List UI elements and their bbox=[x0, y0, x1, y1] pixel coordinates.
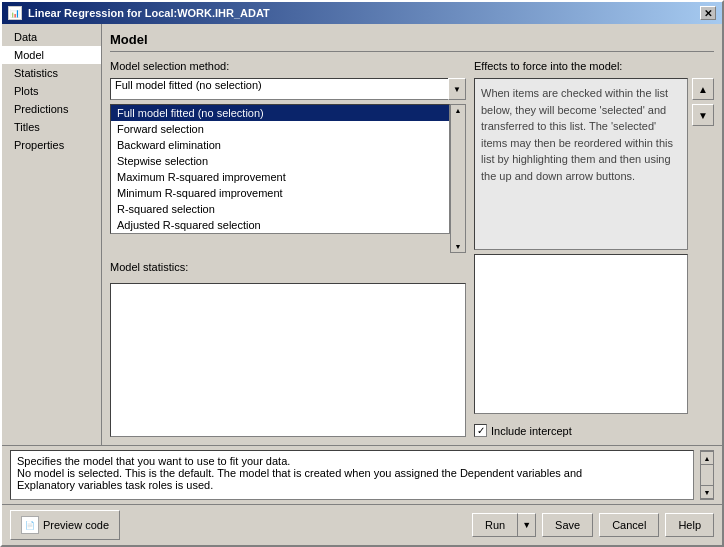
run-label: Run bbox=[485, 519, 505, 531]
cancel-label: Cancel bbox=[612, 519, 646, 531]
help-label: Help bbox=[678, 519, 701, 531]
sidebar-item-model[interactable]: Model bbox=[2, 46, 101, 64]
model-selection-combo[interactable]: Full model fitted (no selection) ▼ bbox=[110, 78, 466, 100]
status-text-area: Specifies the model that you want to use… bbox=[10, 450, 694, 500]
arrow-down-button[interactable]: ▼ bbox=[692, 104, 714, 126]
model-selection-label: Model selection method: bbox=[110, 60, 466, 72]
model-selection-input[interactable]: Full model fitted (no selection) bbox=[110, 78, 448, 100]
include-intercept-label: Include intercept bbox=[491, 425, 572, 437]
effects-arrows: ▲ ▼ bbox=[692, 78, 714, 414]
title-bar-left: 📊 Linear Regression for Local:WORK.IHR_A… bbox=[8, 6, 270, 20]
cancel-button[interactable]: Cancel bbox=[599, 513, 659, 537]
status-bar: Specifies the model that you want to use… bbox=[2, 445, 722, 504]
main-window: 📊 Linear Regression for Local:WORK.IHR_A… bbox=[0, 0, 724, 547]
dropdown-option-3[interactable]: Stepwise selection bbox=[111, 153, 449, 169]
status-line-1: Specifies the model that you want to use… bbox=[17, 455, 687, 467]
status-line-2: No model is selected. This is the defaul… bbox=[17, 467, 687, 479]
two-col-layout: Model selection method: Full model fitte… bbox=[110, 60, 714, 437]
effects-inner: When items are checked within the list b… bbox=[474, 78, 714, 414]
sidebar-item-properties[interactable]: Properties bbox=[2, 136, 101, 154]
dropdown-list-container: Full model fitted (no selection) Forward… bbox=[110, 104, 466, 253]
save-label: Save bbox=[555, 519, 580, 531]
status-line-3: Explanatory variables task roles is used… bbox=[17, 479, 687, 491]
effects-hint-box: When items are checked within the list b… bbox=[474, 78, 688, 250]
title-bar: 📊 Linear Regression for Local:WORK.IHR_A… bbox=[2, 2, 722, 24]
status-scroll-up[interactable]: ▲ bbox=[700, 451, 714, 465]
dropdown-option-5[interactable]: Minimum R-squared improvement bbox=[111, 185, 449, 201]
preview-code-icon: 📄 bbox=[21, 516, 39, 534]
sidebar-item-predictions[interactable]: Predictions bbox=[2, 100, 101, 118]
dropdown-option-0[interactable]: Full model fitted (no selection) bbox=[111, 105, 449, 121]
left-col: Model selection method: Full model fitte… bbox=[110, 60, 466, 437]
close-button[interactable]: ✕ bbox=[700, 6, 716, 20]
dropdown-scrollbar[interactable]: ▲ ▼ bbox=[450, 104, 466, 253]
dropdown-list[interactable]: Full model fitted (no selection) Forward… bbox=[110, 104, 450, 234]
include-intercept-row: ✓ Include intercept bbox=[474, 424, 714, 437]
dropdown-option-7[interactable]: Adjusted R-squared selection bbox=[111, 217, 449, 233]
bottom-left: 📄 Preview code bbox=[10, 510, 120, 540]
scroll-up-icon[interactable]: ▲ bbox=[455, 107, 462, 114]
model-statistics-label: Model statistics: bbox=[110, 261, 466, 273]
bottom-right: Run ▼ Save Cancel Help bbox=[472, 513, 714, 537]
window-title: Linear Regression for Local:WORK.IHR_ADA… bbox=[28, 7, 270, 19]
status-scrollbar[interactable]: ▲ ▼ bbox=[700, 450, 714, 500]
run-button[interactable]: Run bbox=[472, 513, 518, 537]
include-intercept-checkbox[interactable]: ✓ bbox=[474, 424, 487, 437]
dropdown-option-2[interactable]: Backward elimination bbox=[111, 137, 449, 153]
dropdown-option-4[interactable]: Maximum R-squared improvement bbox=[111, 169, 449, 185]
sidebar-item-statistics[interactable]: Statistics bbox=[2, 64, 101, 82]
bottom-bar: 📄 Preview code Run ▼ Save Cancel Help bbox=[2, 504, 722, 545]
panel-heading: Model bbox=[110, 32, 714, 52]
right-panel: Model Model selection method: Full model… bbox=[102, 24, 722, 445]
main-content: Data Model Statistics Plots Predictions … bbox=[2, 24, 722, 445]
sidebar: Data Model Statistics Plots Predictions … bbox=[2, 24, 102, 445]
effects-selected-box[interactable] bbox=[474, 254, 688, 414]
preview-code-label: Preview code bbox=[43, 519, 109, 531]
effects-label: Effects to force into the model: bbox=[474, 60, 714, 72]
sidebar-item-data[interactable]: Data bbox=[2, 28, 101, 46]
status-scroll-down[interactable]: ▼ bbox=[700, 485, 714, 499]
combo-arrow-icon[interactable]: ▼ bbox=[448, 78, 466, 100]
sidebar-item-titles[interactable]: Titles bbox=[2, 118, 101, 136]
arrow-up-button[interactable]: ▲ bbox=[692, 78, 714, 100]
save-button[interactable]: Save bbox=[542, 513, 593, 537]
run-dropdown-arrow[interactable]: ▼ bbox=[518, 513, 536, 537]
model-stats-area[interactable] bbox=[110, 283, 466, 438]
dropdown-option-6[interactable]: R-squared selection bbox=[111, 201, 449, 217]
right-col: Effects to force into the model: When it… bbox=[474, 60, 714, 437]
sidebar-item-plots[interactable]: Plots bbox=[2, 82, 101, 100]
help-button[interactable]: Help bbox=[665, 513, 714, 537]
window-icon: 📊 bbox=[8, 6, 22, 20]
preview-code-button[interactable]: 📄 Preview code bbox=[10, 510, 120, 540]
dropdown-option-1[interactable]: Forward selection bbox=[111, 121, 449, 137]
scroll-down-icon[interactable]: ▼ bbox=[455, 243, 462, 250]
